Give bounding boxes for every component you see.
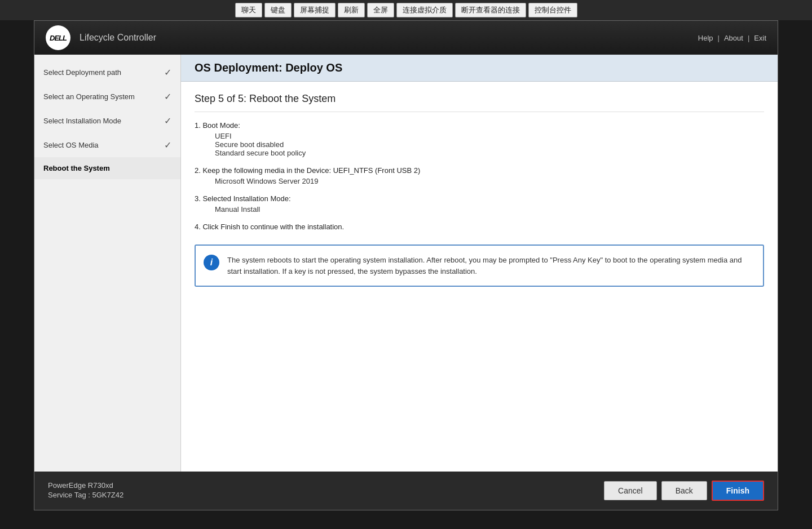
cancel-button[interactable]: Cancel <box>604 481 657 500</box>
lc-header: DELL Lifecycle Controller Help | About |… <box>34 21 778 55</box>
lc-window: DELL Lifecycle Controller Help | About |… <box>34 20 778 510</box>
sidebar-item-deployment-path[interactable]: Select Deployment path✓ <box>34 60 180 85</box>
lc-app-title: Lifecycle Controller <box>80 33 698 43</box>
sidebar-item-os-media[interactable]: Select OS Media✓ <box>34 133 180 157</box>
sidebar-item-reboot[interactable]: Reboot the System <box>34 157 180 179</box>
summary-value-secure-boot-policy: Standard secure boot policy <box>195 149 764 157</box>
sidebar-item-os-check: ✓ <box>164 91 171 102</box>
summary-item-3: 3. Selected Installation Mode: Manual In… <box>195 194 764 214</box>
content-body: Step 5 of 5: Reboot the System 1. Boot M… <box>181 82 778 472</box>
header-nav: Help | About | Exit <box>698 34 766 42</box>
sidebar-item-installation-mode-check: ✓ <box>164 115 171 126</box>
sidebar-item-os[interactable]: Select an Operating System✓ <box>34 85 180 109</box>
service-tag-label: Service Tag : <box>48 491 92 499</box>
console-controls-button[interactable]: 控制台控件 <box>528 3 577 17</box>
device-name: PowerEdge R730xd <box>48 481 604 490</box>
summary-value-install-mode: Manual Install <box>195 205 764 214</box>
sidebar-item-deployment-path-check: ✓ <box>164 67 171 78</box>
chat-button[interactable]: 聊天 <box>235 3 262 17</box>
sidebar-item-os-media-label: Select OS Media <box>43 141 99 149</box>
main-content: OS Deployment: Deploy OS Step 5 of 5: Re… <box>181 55 778 472</box>
finish-button[interactable]: Finish <box>712 481 764 501</box>
info-box: i The system reboots to start the operat… <box>195 245 764 287</box>
summary-value-os: Microsoft Windows Server 2019 <box>195 177 764 185</box>
sidebar-item-deployment-path-label: Select Deployment path <box>43 68 121 77</box>
summary-label-3: 3. Selected Installation Mode: <box>195 194 764 203</box>
screenshot-button[interactable]: 屏幕捕捉 <box>294 3 336 17</box>
connect-media-button[interactable]: 连接虚拟介质 <box>396 3 453 17</box>
sidebar-item-os-label: Select an Operating System <box>43 92 135 101</box>
dell-logo: DELL <box>46 25 70 50</box>
lc-body: Select Deployment path✓Select an Operati… <box>34 55 778 472</box>
summary-label-2: 2. Keep the following media in the Devic… <box>195 166 764 175</box>
sidebar-item-installation-mode[interactable]: Select Installation Mode✓ <box>34 109 180 133</box>
about-link[interactable]: About <box>724 34 743 42</box>
footer-info: PowerEdge R730xd Service Tag : 5GK7Z42 <box>48 481 604 500</box>
help-link[interactable]: Help <box>698 34 713 42</box>
summary-label-1: 1. Boot Mode: <box>195 121 764 130</box>
keyboard-button[interactable]: 键盘 <box>264 3 292 17</box>
sidebar-item-os-media-check: ✓ <box>164 140 171 150</box>
content-header: OS Deployment: Deploy OS <box>181 55 778 82</box>
sidebar-item-reboot-label: Reboot the System <box>43 164 110 172</box>
toolbar: 聊天键盘屏幕捕捉刷新全屏连接虚拟介质断开查看器的连接控制台控件 <box>0 0 812 20</box>
summary-item-1: 1. Boot Mode: UEFI Secure boot disabled … <box>195 121 764 157</box>
service-tag-value: 5GK7Z42 <box>92 491 124 499</box>
info-text: The system reboots to start the operatin… <box>227 255 754 277</box>
refresh-button[interactable]: 刷新 <box>338 3 365 17</box>
sidebar-item-installation-mode-label: Select Installation Mode <box>43 117 121 125</box>
back-button[interactable]: Back <box>661 481 707 500</box>
service-tag: Service Tag : 5GK7Z42 <box>48 491 604 499</box>
summary-item-2: 2. Keep the following media in the Devic… <box>195 166 764 185</box>
summary-value-uefi: UEFI <box>195 132 764 140</box>
disconnect-button[interactable]: 断开查看器的连接 <box>455 3 526 17</box>
fullscreen-button[interactable]: 全屏 <box>367 3 394 17</box>
summary-value-secure-boot: Secure boot disabled <box>195 140 764 149</box>
exit-link[interactable]: Exit <box>754 34 766 42</box>
step-title: Step 5 of 5: Reboot the System <box>195 93 764 112</box>
sidebar: Select Deployment path✓Select an Operati… <box>34 55 181 472</box>
content-title: OS Deployment: Deploy OS <box>195 61 764 74</box>
summary-item-4: 4. Click Finish to continue with the ins… <box>195 223 764 231</box>
info-icon: i <box>204 255 219 270</box>
dell-logo-text: DELL <box>50 34 67 42</box>
lc-footer: PowerEdge R730xd Service Tag : 5GK7Z42 C… <box>34 472 778 510</box>
summary-label-4: 4. Click Finish to continue with the ins… <box>195 223 764 231</box>
footer-buttons: Cancel Back Finish <box>604 481 764 501</box>
